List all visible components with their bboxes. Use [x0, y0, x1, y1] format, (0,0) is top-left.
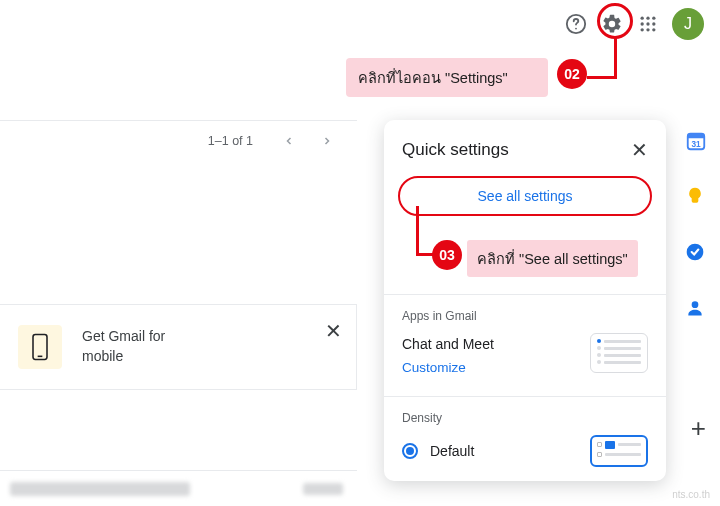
pager-next-button[interactable]: [315, 129, 339, 153]
svg-point-4: [652, 17, 655, 20]
svg-point-17: [692, 301, 699, 308]
svg-point-8: [641, 28, 644, 31]
apps-grid-icon[interactable]: [636, 12, 660, 36]
pager-range: 1–1 of 1: [208, 134, 253, 148]
calendar-icon[interactable]: 31: [685, 130, 707, 152]
watermark: nts.co.th: [672, 489, 710, 500]
section-label-density: Density: [384, 411, 666, 435]
annotation-02-label: คลิกที่ไอคอน "Settings": [346, 58, 548, 97]
close-icon[interactable]: ✕: [325, 319, 342, 343]
phone-icon: [18, 325, 62, 369]
annotation-02-badge: 02: [557, 59, 587, 89]
add-button[interactable]: +: [691, 413, 706, 444]
annotation-ring-02: [597, 3, 633, 39]
apps-thumbnail: [590, 333, 648, 373]
annotation-03-label: คลิกที่ "See all settings": [467, 240, 638, 277]
tasks-icon[interactable]: [685, 242, 707, 264]
quick-settings-title: Quick settings: [402, 140, 509, 160]
customize-link[interactable]: Customize: [402, 357, 494, 380]
mail-row-blurred: [0, 470, 357, 506]
svg-point-9: [646, 28, 649, 31]
annotation-connector: [587, 76, 617, 79]
density-thumbnail: [590, 435, 648, 467]
annotation-03-badge: 03: [432, 240, 462, 270]
pager-prev-button[interactable]: [277, 129, 301, 153]
svg-point-10: [652, 28, 655, 31]
svg-point-5: [641, 22, 644, 25]
apps-row-title: Chat and Meet: [402, 333, 494, 357]
svg-rect-14: [688, 134, 705, 139]
keep-icon[interactable]: [685, 186, 707, 208]
density-option-label: Default: [430, 443, 474, 459]
avatar[interactable]: J: [672, 8, 704, 40]
svg-text:31: 31: [691, 140, 701, 149]
annotation-connector: [416, 206, 419, 255]
svg-point-1: [575, 28, 577, 30]
section-label-apps: Apps in Gmail: [384, 309, 666, 333]
svg-point-7: [652, 22, 655, 25]
density-radio-default[interactable]: [402, 443, 418, 459]
svg-point-2: [641, 17, 644, 20]
help-icon[interactable]: [564, 12, 588, 36]
svg-point-6: [646, 22, 649, 25]
annotation-connector: [614, 38, 617, 78]
promo-text: Get Gmail for mobile: [82, 327, 192, 366]
quick-settings-panel: Quick settings ✕ See all settings Apps i…: [384, 120, 666, 481]
close-icon[interactable]: ✕: [631, 138, 648, 162]
see-all-settings-button[interactable]: See all settings: [398, 176, 652, 216]
gmail-mobile-promo: Get Gmail for mobile ✕: [0, 304, 357, 390]
svg-point-3: [646, 17, 649, 20]
contacts-icon[interactable]: [685, 298, 707, 320]
